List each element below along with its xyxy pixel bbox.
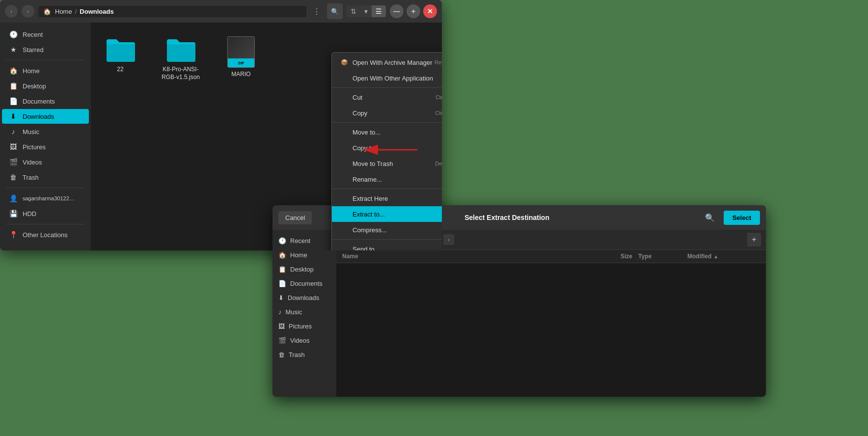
- videos-icon: 🎬: [9, 158, 18, 166]
- dialog-pictures-icon: 🖼: [278, 323, 285, 330]
- path-home-label[interactable]: Home: [55, 8, 72, 15]
- sidebar-item-recent[interactable]: 🕐 Recent: [2, 27, 89, 42]
- folder-icon-22: [105, 36, 136, 63]
- dialog-sidebar-desktop[interactable]: 📋 Desktop: [272, 262, 336, 276]
- file-table-body: [336, 263, 766, 397]
- dialog-sidebar-music[interactable]: ♪ Music: [272, 305, 336, 319]
- dialog-trash-icon: 🗑: [278, 351, 285, 358]
- col-header-name[interactable]: Name: [342, 253, 593, 260]
- sidebar-item-starred[interactable]: ★ Starred: [2, 42, 89, 57]
- ctx-compress[interactable]: Compress...: [332, 222, 442, 238]
- sidebar-item-music[interactable]: ♪ Music: [2, 124, 89, 139]
- sidebar-label-hdd: HDD: [23, 210, 36, 218]
- sidebar-label-starred: Starred: [23, 46, 44, 54]
- dialog-forward-button[interactable]: ›: [443, 234, 454, 245]
- dialog-main: ‹ 🏠 sagar dosbox mario › +: [336, 230, 766, 397]
- sidebar-label-pictures: Pictures: [23, 143, 46, 151]
- sidebar-item-pictures[interactable]: 🖼 Pictures: [2, 139, 89, 154]
- sort-view-button[interactable]: ⇅: [347, 5, 360, 17]
- sidebar-label-documents: Documents: [23, 98, 55, 105]
- ctx-shortcut-copy: Ctrl+C: [435, 110, 442, 116]
- sidebar-item-other-locations[interactable]: 📍 Other Locations: [2, 227, 89, 242]
- sidebar-item-videos[interactable]: 🎬 Videos: [2, 155, 89, 169]
- ctx-sep-1: [332, 87, 442, 88]
- sidebar-item-downloads[interactable]: ⬇ Downloads: [2, 109, 89, 124]
- move-to-icon: [340, 128, 349, 136]
- dialog-music-icon: ♪: [278, 308, 282, 316]
- dialog-body: 🕐 Recent 🏠 Home 📋 Desktop 📄 Documents ⬇ …: [272, 230, 766, 397]
- ctx-rename[interactable]: Rename... F2: [332, 171, 442, 187]
- sidebar-label-recent: Recent: [23, 31, 43, 38]
- open-other-icon: [340, 74, 349, 82]
- ctx-move-to[interactable]: Move to...: [332, 124, 442, 140]
- ctx-extract-here[interactable]: Extract Here: [332, 191, 442, 206]
- forward-button[interactable]: ›: [22, 5, 34, 18]
- window-controls: — + ✕: [390, 4, 437, 18]
- ctx-sep-3: [332, 189, 442, 189]
- file-item-mario[interactable]: ZIP MARIO: [221, 32, 261, 82]
- dialog-sidebar-trash[interactable]: 🗑 Trash: [272, 348, 336, 362]
- dropdown-view-button[interactable]: ▾: [360, 5, 372, 17]
- ctx-cut[interactable]: Cut Ctrl+X: [332, 89, 442, 105]
- copy-to-icon: [340, 143, 349, 152]
- sidebar-label-music: Music: [23, 128, 39, 136]
- new-folder-button[interactable]: +: [747, 233, 761, 246]
- list-view-button[interactable]: ☰: [372, 5, 386, 17]
- sidebar-item-desktop[interactable]: 📋 Desktop: [2, 79, 89, 93]
- ctx-send-to[interactable]: Send to...: [332, 241, 442, 250]
- dialog-sidebar-label-music: Music: [286, 308, 302, 316]
- dialog-sidebar-videos[interactable]: 🎬 Videos: [272, 333, 336, 348]
- file-label-mario: MARIO: [231, 71, 250, 79]
- move-trash-icon: [340, 159, 349, 168]
- dialog-sidebar-recent[interactable]: 🕐 Recent: [272, 234, 336, 248]
- ctx-open-archive[interactable]: 📦 Open With Archive Manager Return: [332, 54, 442, 70]
- dialog-videos-icon: 🎬: [278, 337, 286, 344]
- sidebar-item-documents[interactable]: 📄 Documents: [2, 94, 89, 109]
- titlebar: ‹ › 🏠 Home / Downloads ⋮ 🔍 ⇅ ▾ ☰ — + ✕: [0, 0, 442, 23]
- menu-dots-button[interactable]: ⋮: [310, 5, 323, 18]
- file-table-header: Name Size Type Modified ▲: [336, 250, 766, 263]
- ctx-copy[interactable]: Copy Ctrl+C: [332, 105, 442, 121]
- dialog-sidebar-label-documents: Documents: [290, 280, 323, 287]
- back-button[interactable]: ‹: [5, 5, 18, 18]
- col-header-size[interactable]: Size: [593, 253, 632, 260]
- file-item-k8pro[interactable]: K8-Pro-ANSI-RGB-v1.5.json: [155, 32, 207, 85]
- minimize-button[interactable]: —: [390, 4, 404, 18]
- starred-icon: ★: [9, 46, 18, 54]
- sidebar-item-hdd[interactable]: 💾 HDD: [2, 206, 89, 221]
- cut-icon: [340, 93, 349, 102]
- extract-here-icon: [340, 194, 349, 203]
- ctx-extract-to[interactable]: Extract to...: [332, 206, 442, 222]
- close-button[interactable]: ✕: [423, 4, 437, 18]
- search-button[interactable]: 🔍: [327, 3, 343, 19]
- ctx-open-other[interactable]: Open With Other Application: [332, 70, 442, 86]
- sidebar-label-home: Home: [23, 67, 40, 75]
- file-manager-window: ‹ › 🏠 Home / Downloads ⋮ 🔍 ⇅ ▾ ☰ — + ✕ 🕐…: [0, 0, 442, 250]
- col-header-modified[interactable]: Modified ▲: [681, 253, 760, 260]
- sidebar-label-trash: Trash: [23, 174, 39, 181]
- dialog-documents-icon: 📄: [278, 280, 286, 287]
- dialog-sidebar-label-pictures: Pictures: [289, 323, 312, 330]
- home-icon: 🏠: [9, 67, 18, 75]
- path-separator: /: [75, 8, 77, 15]
- cancel-button[interactable]: Cancel: [278, 211, 312, 224]
- ctx-shortcut-open-archive: Return: [434, 59, 442, 65]
- sidebar-item-home[interactable]: 🏠 Home: [2, 63, 89, 78]
- col-header-type[interactable]: Type: [632, 253, 681, 260]
- sidebar-label-other: Other Locations: [23, 231, 68, 239]
- ctx-label-extract-to: Extract to...: [353, 211, 385, 218]
- dialog-sidebar-documents[interactable]: 📄 Documents: [272, 276, 336, 291]
- new-folder-icon: +: [752, 235, 756, 244]
- dialog-sidebar-pictures[interactable]: 🖼 Pictures: [272, 319, 336, 333]
- music-icon: ♪: [9, 128, 18, 136]
- sidebar-item-trash[interactable]: 🗑 Trash: [2, 170, 89, 185]
- maximize-button[interactable]: +: [407, 4, 420, 18]
- sidebar-item-account[interactable]: 👤 sagarsharma30122200...: [2, 191, 89, 206]
- ctx-label-rename: Rename...: [353, 176, 382, 183]
- file-item-22[interactable]: 22: [101, 32, 140, 78]
- dialog-search-button[interactable]: 🔍: [702, 210, 718, 225]
- dialog-sidebar-downloads[interactable]: ⬇ Downloads: [272, 291, 336, 305]
- dialog-sidebar-label-trash: Trash: [289, 351, 305, 358]
- select-button[interactable]: Select: [724, 211, 760, 225]
- dialog-sidebar-home[interactable]: 🏠 Home: [272, 248, 336, 262]
